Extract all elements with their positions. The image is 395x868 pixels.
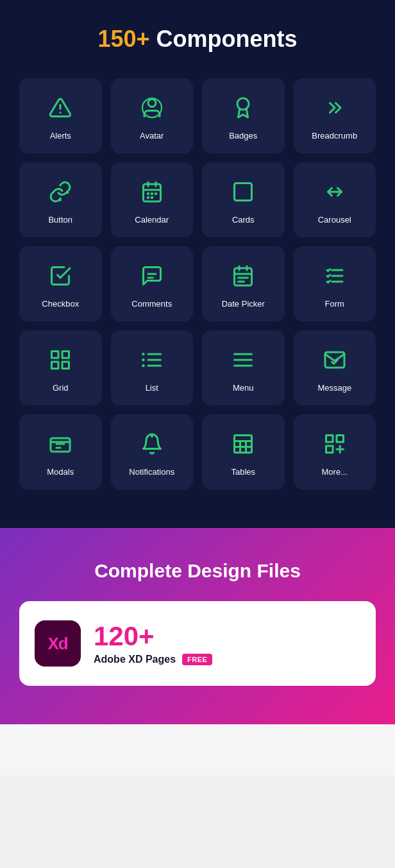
component-label-more: More...: [322, 467, 348, 477]
component-card-form[interactable]: Form: [294, 246, 376, 321]
component-card-badges[interactable]: Badges: [202, 78, 285, 153]
component-card-modals[interactable]: Modals: [19, 414, 102, 489]
user-circle-icon: [138, 94, 166, 122]
component-label-grid: Grid: [53, 383, 69, 393]
table-icon: [229, 430, 257, 458]
component-label-message: Message: [317, 383, 351, 393]
grid-plus-icon: [321, 430, 349, 458]
check-square-icon: [46, 262, 74, 290]
design-desc-row: Adobe XD Pages FREE: [94, 654, 360, 665]
svg-rect-51: [326, 436, 333, 443]
svg-rect-29: [52, 352, 59, 359]
design-section-title: Complete Design Files: [19, 560, 376, 582]
component-label-notifications: Notifications: [129, 467, 174, 477]
design-count: 120+: [94, 622, 360, 651]
component-label-badges: Badges: [229, 131, 257, 140]
component-label-tables: Tables: [231, 467, 255, 477]
mail-check-icon: [321, 346, 349, 374]
components-section: 150+ Components Alerts Avatar Badges: [0, 0, 395, 528]
components-grid: Alerts Avatar Badges Breadcrumb: [19, 78, 376, 489]
design-section: FREE Complete Design Files Xd 120+ Adobe…: [0, 528, 395, 724]
svg-rect-46: [235, 436, 252, 453]
component-label-cards: Cards: [232, 215, 255, 225]
component-card-menu[interactable]: Menu: [202, 330, 285, 405]
component-label-carousel: Carousel: [318, 215, 351, 225]
component-card-grid[interactable]: Grid: [19, 330, 102, 405]
component-card-date-picker[interactable]: Date Picker: [202, 246, 285, 321]
arrows-horizontal-icon: [321, 178, 349, 206]
design-card: Xd 120+ Adobe XD Pages FREE: [19, 601, 376, 686]
grid-icon: [46, 346, 74, 374]
modals-icon: [46, 430, 74, 458]
svg-rect-16: [235, 183, 252, 201]
alert-triangle-icon: [46, 94, 74, 122]
free-badge: FREE: [182, 654, 212, 665]
component-card-alerts[interactable]: Alerts: [19, 78, 102, 153]
chevrons-right-icon: [321, 94, 349, 122]
component-card-breadcrumb[interactable]: Breadcrumb: [294, 78, 376, 153]
component-card-tables[interactable]: Tables: [202, 414, 285, 489]
count-highlight: 150+: [97, 26, 149, 52]
svg-rect-53: [326, 446, 333, 453]
svg-rect-32: [62, 362, 69, 369]
message-lines-icon: [138, 262, 166, 290]
component-label-avatar: Avatar: [140, 131, 164, 140]
component-card-more[interactable]: More...: [294, 414, 376, 489]
svg-point-2: [148, 99, 156, 107]
link-plus-icon: [46, 178, 74, 206]
bottom-space: [0, 724, 395, 776]
component-card-carousel[interactable]: Carousel: [294, 162, 376, 237]
component-label-breadcrumb: Breadcrumb: [312, 131, 357, 140]
design-description: Adobe XD Pages: [94, 654, 176, 665]
xd-icon-label: Xd: [47, 634, 67, 654]
component-card-calendar[interactable]: Calendar: [111, 162, 194, 237]
component-label-date-picker: Date Picker: [222, 299, 265, 309]
component-label-calendar: Calendar: [135, 215, 169, 225]
square-icon: [229, 178, 257, 206]
component-label-menu: Menu: [233, 383, 254, 393]
component-card-button[interactable]: Button: [19, 162, 102, 237]
component-label-alerts: Alerts: [50, 131, 71, 140]
component-card-checkbox[interactable]: Checkbox: [19, 246, 102, 321]
calendar-icon: [138, 178, 166, 206]
svg-rect-31: [52, 362, 59, 369]
component-card-list[interactable]: List: [111, 330, 194, 405]
svg-rect-52: [337, 436, 344, 443]
component-label-button: Button: [48, 215, 72, 225]
award-icon: [229, 94, 257, 122]
component-label-modals: Modals: [47, 467, 74, 477]
svg-rect-30: [62, 352, 69, 359]
component-label-comments: Comments: [131, 299, 172, 309]
component-label-checkbox: Checkbox: [42, 299, 79, 309]
list-check-icon: [321, 262, 349, 290]
component-card-message[interactable]: Message: [294, 330, 376, 405]
section-title: 150+ Components: [19, 26, 376, 53]
component-label-form: Form: [325, 299, 344, 309]
design-info: 120+ Adobe XD Pages FREE: [94, 622, 360, 665]
calendar-lines-icon: [229, 262, 257, 290]
component-card-avatar[interactable]: Avatar: [111, 78, 194, 153]
section-title-text: Components: [156, 26, 298, 52]
bell-icon: [138, 430, 166, 458]
menu-icon: [229, 346, 257, 374]
component-card-cards[interactable]: Cards: [202, 162, 285, 237]
component-card-notifications[interactable]: Notifications: [111, 414, 194, 489]
list-icon: [138, 346, 166, 374]
xd-icon: Xd: [35, 620, 81, 667]
component-card-comments[interactable]: Comments: [111, 246, 194, 321]
component-label-list: List: [146, 383, 158, 393]
